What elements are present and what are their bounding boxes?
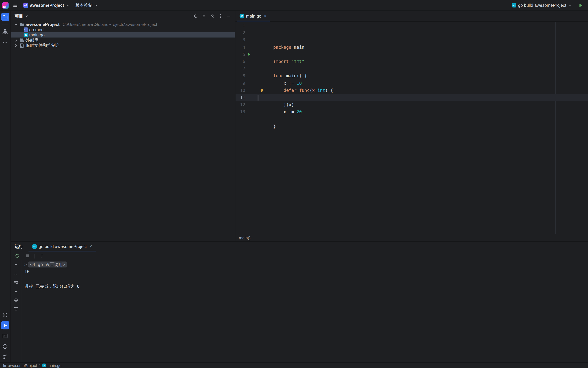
breadcrumb-scope[interactable]: main() — [239, 235, 251, 240]
run-toolbar — [11, 251, 588, 260]
gutter — [245, 87, 258, 94]
text-caret — [258, 95, 258, 101]
code-line-5[interactable]: 5 func main() { — [235, 51, 588, 58]
project-panel-title[interactable]: 项目 — [15, 13, 28, 19]
status-bar: awesomeProject GO main.go — [0, 362, 588, 368]
tool-strip-terminal-button[interactable] — [1, 332, 9, 340]
code-text: package main — [258, 22, 588, 29]
line-number: 8 — [235, 73, 245, 80]
tree-item-scratches-and-consoles[interactable]: 临时文件和控制台 — [11, 43, 235, 48]
statusbar-crumb-file[interactable]: GO main.go — [42, 363, 62, 368]
tool-strip-version-control-button[interactable] — [1, 353, 9, 361]
run-arrow-icon[interactable] — [247, 53, 251, 56]
gutter[interactable] — [245, 51, 258, 58]
project-tool-window: 项目 awesomeProject C:\Users\meowr\GolandP… — [11, 11, 235, 241]
line-number: 5 — [235, 51, 245, 58]
vcs-label: 版本控制 — [75, 2, 92, 8]
code-text: func main() { — [258, 51, 588, 58]
run-config-selector[interactable]: GO go build awesomeProject — [509, 1, 574, 10]
console-fold-setup-calls[interactable]: <4 go 设置调用> — [28, 261, 67, 267]
expand-all-icon — [201, 13, 207, 19]
chevron-right-icon — [14, 38, 18, 42]
more-vertical-button[interactable] — [217, 12, 224, 20]
git-branch-icon — [2, 354, 8, 360]
collapse-all-button[interactable] — [208, 12, 216, 20]
more-vertical-button[interactable] — [38, 252, 46, 260]
vcs-widget[interactable]: 版本控制 — [73, 1, 100, 10]
console-command-line: ><4 go 设置调用> — [25, 261, 588, 268]
tree-item-awesomeProject-root[interactable]: awesomeProject C:\Users\meowr\GolandProj… — [11, 22, 235, 27]
code-line-8[interactable]: 8 fmt.Println(x) — [235, 73, 588, 80]
locate-icon — [193, 13, 198, 19]
project-widget[interactable]: AP awesomeProject — [21, 1, 72, 10]
title-bar-right: GO go build awesomeProject — [509, 1, 585, 10]
tree-item-go-mod[interactable]: GO go.mod — [11, 27, 235, 32]
terminal-icon — [2, 333, 8, 339]
statusbar-crumb-project[interactable]: awesomeProject — [3, 363, 37, 368]
code-line-4[interactable]: 4 — [235, 44, 588, 51]
code-text: x := 10 — [258, 58, 588, 65]
locate-button[interactable] — [192, 12, 199, 20]
close-run-tab-button[interactable]: × — [90, 244, 92, 249]
tool-strip-problems-button[interactable] — [1, 342, 9, 350]
scroll-end-button[interactable] — [12, 288, 20, 294]
code-text — [258, 44, 588, 51]
run-button[interactable] — [576, 1, 585, 10]
exit-code: 0 — [77, 283, 80, 289]
code-line-12[interactable]: 12 } — [235, 101, 588, 109]
arrow-down-button[interactable] — [12, 270, 20, 277]
code-line-1[interactable]: 1 package main — [235, 22, 588, 29]
code-line-13[interactable]: 13 — [235, 109, 588, 116]
go-file-icon: GO — [32, 244, 37, 249]
tree-item-main-go[interactable]: GO main.go — [11, 32, 235, 37]
project-avatar: AP — [23, 3, 28, 8]
editor-area: GO main.go × 1 package main 2 3 — [235, 11, 588, 241]
tool-strip-project-button[interactable] — [1, 13, 9, 21]
tool-strip-structure-button[interactable] — [1, 27, 9, 36]
main-menu-button[interactable] — [11, 1, 20, 10]
tool-strip-services-button[interactable] — [1, 311, 9, 319]
more-vertical-icon — [218, 13, 223, 19]
print-button[interactable] — [12, 296, 20, 303]
scroll-end-icon — [13, 289, 18, 294]
hide-button[interactable] — [225, 12, 232, 20]
chevron-down-icon — [568, 3, 572, 7]
code-line-3[interactable]: 3 import "fmt" — [235, 37, 588, 44]
code-line-9[interactable]: 9 }(x) — [235, 80, 588, 87]
go-mod-icon: GO — [24, 27, 28, 32]
run-tab-go-build[interactable]: GO go build awesomeProject × — [28, 241, 96, 251]
line-number: 9 — [235, 80, 245, 87]
bulb-icon[interactable] — [260, 88, 264, 92]
rerun-button[interactable] — [13, 252, 21, 260]
code-line-7[interactable]: 7 defer func(x int) { — [235, 65, 588, 73]
gutter — [245, 80, 258, 87]
arrow-up-button[interactable] — [12, 262, 20, 269]
folder-node-icon — [3, 364, 6, 367]
code-line-6[interactable]: 6 x := 10 — [235, 58, 588, 65]
code-editor[interactable]: 1 package main 2 3 import "fmt" 4 — [235, 22, 588, 234]
expand-all-button[interactable] — [200, 12, 208, 20]
code-line-2[interactable]: 2 — [235, 29, 588, 37]
soft-wrap-icon — [13, 280, 18, 285]
run-config-label: go build awesomeProject — [518, 3, 566, 8]
tree-item-label: 临时文件和控制台 — [26, 43, 60, 48]
gutter — [245, 29, 258, 37]
clear-button[interactable] — [12, 305, 20, 312]
tree-item-path: C:\Users\meowr\GolandProjects\awesomePro… — [63, 22, 157, 27]
code-line-11[interactable]: 11 — [235, 94, 588, 101]
gutter — [245, 22, 258, 29]
close-tab-button[interactable]: × — [264, 14, 267, 18]
goland-window: GO AP awesomeProject 版本控制 GO go build aw… — [0, 0, 588, 368]
go-file-icon: GO — [24, 33, 28, 37]
code-text: import "fmt" — [258, 37, 588, 44]
code-text: defer func(x int) { — [258, 65, 588, 73]
tree-item-external-libraries[interactable]: 外部库 — [11, 37, 235, 43]
code-line-10[interactable]: 10 x += 20 — [235, 87, 588, 94]
tool-strip-run-button[interactable] — [1, 321, 9, 330]
line-number: 1 — [235, 22, 245, 29]
stop-button[interactable] — [24, 252, 31, 260]
tool-strip-more-tool-windows-button[interactable] — [1, 38, 9, 46]
editor-tab-main-go[interactable]: GO main.go × — [237, 11, 270, 21]
gutter — [245, 58, 258, 65]
soft-wrap-button[interactable] — [12, 279, 20, 286]
